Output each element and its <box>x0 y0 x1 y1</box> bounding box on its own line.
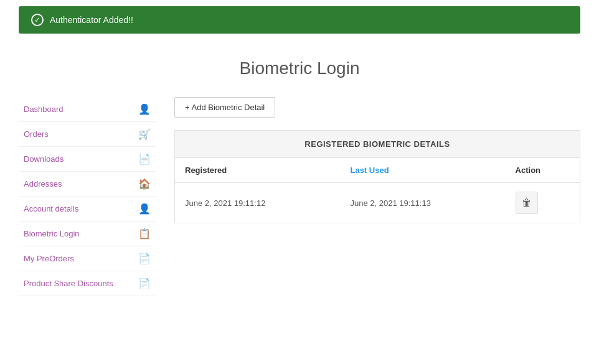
sidebar-icon-my-preorders: 📄 <box>138 253 151 264</box>
page-title-area: Biometric Login <box>0 40 599 91</box>
sidebar-label-my-preorders: My PreOrders <box>24 254 74 263</box>
sidebar-label-downloads: Downloads <box>24 154 64 164</box>
sidebar-item-orders[interactable]: Orders🛒 <box>19 122 156 147</box>
sidebar-item-my-preorders[interactable]: My PreOrders📄 <box>19 246 156 271</box>
sidebar-item-account-details[interactable]: Account details👤 <box>19 197 156 222</box>
table-column-headers: Registered Last Used Action <box>175 158 580 183</box>
sidebar-icon-downloads: 📄 <box>138 153 151 165</box>
sidebar-label-orders: Orders <box>24 129 49 139</box>
sidebar-icon-addresses: 🏠 <box>138 178 151 190</box>
sidebar-label-addresses: Addresses <box>24 179 62 189</box>
col-header-last-used: Last Used <box>340 158 505 183</box>
content-area: + Add Biometric Detail REGISTERED BIOMET… <box>174 97 580 296</box>
sidebar-label-biometric-login: Biometric Login <box>24 229 80 238</box>
sidebar-item-dashboard[interactable]: Dashboard👤 <box>19 97 156 122</box>
sidebar-icon-product-share-discounts: 📄 <box>138 278 151 289</box>
sidebar-item-addresses[interactable]: Addresses🏠 <box>19 172 156 197</box>
sidebar-icon-account-details: 👤 <box>138 203 151 215</box>
cell-registered-0: June 2, 2021 19:11:12 <box>175 183 341 223</box>
main-layout: Dashboard👤Orders🛒Downloads📄Addresses🏠Acc… <box>0 91 599 315</box>
sidebar-item-downloads[interactable]: Downloads📄 <box>19 147 156 172</box>
table-section-header-row: REGISTERED BIOMETRIC DETAILS <box>175 131 580 158</box>
table-row: June 2, 2021 19:11:12June 2, 2021 19:11:… <box>175 183 580 223</box>
sidebar-icon-biometric-login: 📋 <box>138 228 151 240</box>
biometric-table: REGISTERED BIOMETRIC DETAILS Registered … <box>174 130 580 223</box>
cell-action-0: 🗑 <box>506 183 580 223</box>
cell-last-used-0: June 2, 2021 19:11:13 <box>340 183 505 223</box>
table-section-title: REGISTERED BIOMETRIC DETAILS <box>175 131 580 158</box>
page-title: Biometric Login <box>0 58 599 78</box>
sidebar-icon-orders: 🛒 <box>138 128 151 140</box>
add-biometric-button[interactable]: + Add Biometric Detail <box>174 97 275 118</box>
add-biometric-label: + Add Biometric Detail <box>185 103 265 112</box>
delete-button-0[interactable]: 🗑 <box>516 192 538 214</box>
col-header-registered: Registered <box>175 158 341 183</box>
sidebar-label-product-share-discounts: Product Share Discounts <box>24 279 113 288</box>
sidebar-label-account-details: Account details <box>24 204 78 213</box>
success-icon: ✓ <box>31 14 44 26</box>
sidebar-icon-dashboard: 👤 <box>138 103 151 115</box>
success-message: Authenticator Added!! <box>50 15 133 25</box>
sidebar-item-biometric-login[interactable]: Biometric Login📋 <box>19 222 156 246</box>
sidebar-item-product-share-discounts[interactable]: Product Share Discounts📄 <box>19 271 156 296</box>
success-banner: ✓ Authenticator Added!! <box>19 6 580 34</box>
sidebar-label-dashboard: Dashboard <box>24 105 64 114</box>
col-header-action: Action <box>506 158 580 183</box>
sidebar: Dashboard👤Orders🛒Downloads📄Addresses🏠Acc… <box>19 97 156 296</box>
